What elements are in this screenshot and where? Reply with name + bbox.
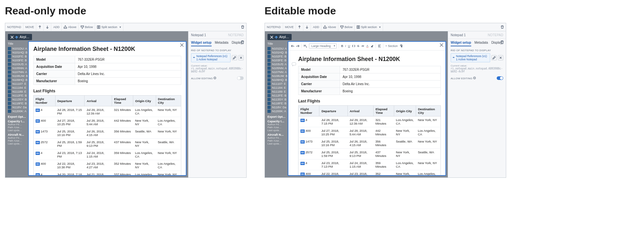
code-icon[interactable] [352, 44, 355, 48]
tab-metadata[interactable]: Metadata [215, 41, 229, 46]
undo-icon[interactable] [291, 44, 294, 48]
pilcrow-icon[interactable] [400, 44, 403, 48]
side-trash-icon[interactable] [241, 40, 244, 44]
text-color-button[interactable]: A [366, 44, 368, 48]
tab-metadata[interactable]: Metadata [475, 41, 488, 46]
insert-below-icon [340, 25, 344, 29]
insert-above-icon [64, 25, 67, 29]
redo-icon[interactable] [296, 44, 299, 48]
close-icon [270, 36, 273, 39]
app-readonly: NOTEPAD MOVE ADD Above Below Split secti… [5, 23, 247, 178]
tb-split[interactable]: Split section▾ [355, 23, 383, 31]
modal-close-icon[interactable] [440, 43, 443, 47]
split-icon [357, 25, 360, 29]
svg-rect-6 [341, 26, 343, 27]
rid-reference: Notepad References (v1) 1 Active Notepad [191, 53, 244, 62]
tb-move-down[interactable] [303, 23, 311, 31]
info-row: ManufacturerBoeing [34, 78, 181, 85]
table-row: nn1473Jul 25, 2018, 10:16 PMJul 26, 2018… [34, 128, 181, 139]
tb-split-label: Split section [361, 25, 377, 29]
doc-title[interactable]: Airplane Information Sheet - N1200K [298, 56, 441, 63]
align-icon[interactable] [378, 44, 381, 48]
backdrop-tab-label: Airpl… [279, 35, 289, 39]
tb-add[interactable]: ADD [311, 23, 321, 31]
flights-table: Flight NumberDepartureArrivalElapsed Tim… [33, 95, 181, 175]
table-row: nn400Jul 22, 2018, 10:38 PMJul 23, 2018,… [298, 170, 441, 176]
tb-move-down[interactable] [44, 23, 51, 31]
table-row: nn2572Jul 25, 2018, 1:59 PMJul 25, 2018,… [298, 149, 441, 160]
current-value-label: Current value: [191, 64, 207, 67]
table-row: nn2572Jul 25, 2018, 1:59 PMJul 25, 2018,… [34, 139, 181, 149]
tb-move-up[interactable] [296, 23, 303, 31]
x-icon [499, 56, 502, 59]
tb-above[interactable]: Above [321, 23, 338, 31]
strike-button[interactable]: S [357, 44, 359, 48]
tab-widget-setup[interactable]: Widget setup [451, 41, 471, 46]
tb-split-label: Split section [101, 25, 117, 29]
tb-above[interactable]: Above [62, 23, 79, 31]
table-row: nn4Jul 28, 2018, 7:15 PMJul 29, 2018, 12… [298, 116, 441, 127]
section-button[interactable]: + Section [385, 44, 398, 48]
tb-below-label: Below [85, 25, 93, 29]
rid-edit-button[interactable] [232, 55, 237, 60]
canvas-area: Airpl… Title N101DU: AN101HQ: BN102FE: B… [5, 31, 188, 177]
current-value-label: Current value: [451, 64, 467, 67]
tb-move-up[interactable] [36, 23, 44, 31]
tb-trash[interactable] [239, 23, 246, 31]
tb-add[interactable]: ADD [51, 23, 62, 31]
tb-split[interactable]: Split section▾ [95, 23, 123, 31]
tb-notepad[interactable]: NOTEPAD [265, 23, 283, 31]
tb-notepad[interactable]: NOTEPAD [5, 23, 24, 31]
tab-widget-setup[interactable]: Widget setup [191, 41, 212, 46]
flights-col-header: Elapsed Time [112, 96, 133, 106]
rid-clear-button[interactable] [498, 55, 503, 60]
arrow-up-icon [38, 25, 41, 29]
info-table[interactable]: Model767-332ER-PSGRAcquisition DateApr 1… [298, 66, 441, 95]
backdrop-tab: Airpl… [8, 34, 32, 40]
toolbar: NOTEPAD MOVE ADD Above Below Split secti… [265, 23, 506, 31]
rid-pill[interactable]: Notepad References (v1) 1 Active Notepad [451, 53, 490, 62]
allow-editing-toggle[interactable] [237, 76, 244, 80]
underline-button[interactable]: U [348, 44, 350, 48]
tb-below[interactable]: Below [79, 23, 95, 31]
flights-col-header: Arrival [85, 96, 112, 106]
insert-below-icon [81, 25, 84, 29]
rid-pill[interactable]: Notepad References (v1) 1 Active Notepad [191, 53, 231, 62]
x-icon [239, 56, 243, 59]
allow-editing-toggle[interactable] [497, 76, 503, 80]
tb-move[interactable]: MOVE [283, 23, 296, 31]
flights-col-header: Origin City [394, 106, 416, 116]
flights-heading[interactable]: Last Flights [298, 99, 441, 103]
notepad-modal: Airplane Information Sheet - N1200K Mode… [28, 41, 186, 176]
backdrop-tab: Airpl… [267, 34, 292, 40]
info-row: CarrierDelta Air Lines Inc. [298, 81, 441, 88]
comment-icon[interactable] [292, 62, 296, 67]
airplane-icon [15, 36, 18, 39]
side-trash-icon[interactable] [500, 40, 504, 44]
info-table: Model767-332ER-PSGRAcquisition DateApr 1… [33, 56, 181, 85]
notepad-modal: H1 Large Heading B I U S A + Section [288, 41, 446, 176]
link-icon[interactable] [361, 44, 364, 48]
modal-close-icon[interactable] [180, 43, 184, 47]
modal-body[interactable]: Airplane Information Sheet - N1200K Mode… [288, 51, 445, 175]
toolbar: NOTEPAD MOVE ADD Above Below Split secti… [5, 23, 246, 31]
doc-title: Airplane Information Sheet - N1200K [33, 46, 181, 53]
info-row: Model767-332ER-PSGR [298, 66, 441, 73]
current-value: ri.notepad.main.notepad.4093988c-b692-4c… [191, 67, 243, 73]
tb-above-label: Above [328, 25, 336, 29]
svg-rect-8 [359, 26, 360, 28]
rid-clear-button[interactable] [238, 55, 244, 60]
quote-icon [193, 56, 195, 59]
flights-col-header: Elapsed Time [373, 106, 394, 116]
flights-heading: Last Flights [33, 89, 181, 93]
italic-button[interactable]: I [345, 44, 346, 48]
rid-edit-button[interactable] [491, 55, 497, 60]
tb-move[interactable]: MOVE [24, 23, 37, 31]
bold-button[interactable]: B [341, 44, 343, 48]
highlight-icon[interactable] [370, 44, 374, 48]
current-value: ri.notepad.main.notepad.4093988c-b692-4c… [451, 67, 503, 73]
flights-table[interactable]: Flight NumberDepartureArrivalElapsed Tim… [298, 105, 441, 175]
tb-trash[interactable] [499, 23, 506, 31]
tb-below[interactable]: Below [338, 23, 355, 31]
heading-select[interactable]: Large Heading [309, 43, 337, 49]
